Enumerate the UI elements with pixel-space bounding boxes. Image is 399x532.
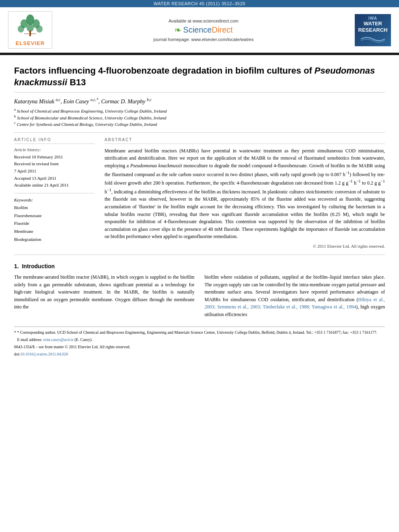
email-link[interactable]: eoin.casey@ucd.ie — [43, 337, 73, 342]
article-info-header: ARTICLE INFO — [14, 138, 95, 144]
article-info-abstract: ARTICLE INFO Article history: Received 1… — [14, 138, 385, 255]
keywords-section: Keywords: Biofilm Fluorobenzoate Fluorid… — [14, 197, 95, 244]
article-body: Factors influencing 4-fluorobenzoate deg… — [0, 55, 399, 364]
introduction-section: 1. Introduction The membrane-aerated bio… — [14, 263, 385, 318]
elsevier-logo: ELSEVIER — [8, 11, 52, 49]
intro-col-right: biofilm where oxidation of pollutants, s… — [205, 273, 385, 318]
issn-note: 0043-1354/$ – see front matter © 2011 El… — [14, 344, 385, 350]
intro-col-left: The membrane-aerated biofilm reactor (MA… — [14, 273, 195, 318]
header-center: Available at www.sciencedirect.com ❧ Sci… — [56, 18, 351, 42]
journal-topbar: WATER RESEARCH 45 (2011) 3512–3520 — [0, 0, 399, 7]
info-divider — [14, 193, 95, 193]
wr-waves-icon — [361, 35, 385, 43]
intro-title: 1. Introduction — [14, 263, 385, 269]
intro-columns: The membrane-aerated biofilm reactor (MA… — [14, 273, 385, 318]
water-research-badge: IWA WATER RESEARCH — [355, 14, 391, 46]
doi-link[interactable]: 10.1016/j.watres.2011.04.020 — [21, 352, 68, 356]
footnotes: * * Corresponding author. UCD School of … — [14, 327, 385, 357]
copyright-text: © 2011 Elsevier Ltd. All rights reserved… — [105, 244, 385, 249]
article-title: Factors influencing 4-fluorobenzoate deg… — [14, 65, 385, 92]
svg-point-5 — [36, 25, 43, 33]
sd-leaf-icon: ❧ — [174, 25, 181, 35]
article-info-col: ARTICLE INFO Article history: Received 1… — [14, 138, 95, 249]
email-note: E-mail address: eoin.casey@ucd.ie (E. Ca… — [14, 337, 385, 343]
abstract-text: Membrane aerated biofilm reactors (MABRs… — [105, 147, 385, 240]
abstract-col: ABSTRACT Membrane aerated biofilm reacto… — [105, 138, 385, 249]
keywords-label: Keywords: — [14, 197, 95, 202]
intro-right-text: biofilm where oxidation of pollutants, s… — [205, 274, 385, 317]
available-at-text: Available at www.sciencedirect.com — [56, 18, 351, 23]
journal-header: ELSEVIER Available at www.sciencedirect.… — [0, 7, 399, 54]
authors-line: Katarzyna Misiak a,c, Eoin Casey a,c,*, … — [14, 97, 385, 105]
history-label: Article history: — [14, 147, 95, 152]
affiliations: a School of Chemical and Bioprocess Engi… — [14, 107, 385, 133]
doi-note: doi:10.1016/j.watres.2011.04.020 — [14, 351, 385, 357]
affiliation-a: a School of Chemical and Bioprocess Engi… — [14, 107, 385, 113]
affiliation-c: c Centre for Synthesis and Chemical Biol… — [14, 121, 385, 127]
article-dates: Received 10 February 2011 Received in re… — [14, 154, 95, 189]
corresponding-author-note: * * Corresponding author. UCD School of … — [14, 329, 385, 335]
homepage-link: journal homepage: www.elsevier.com/locat… — [56, 37, 351, 42]
wr-logo-text: WATER RESEARCH — [357, 21, 389, 33]
sciencedirect-logo: ❧ ScienceDirect — [56, 25, 351, 35]
keywords-list: Biofilm Fluorobenzoate Fluoride Membrane… — [14, 204, 95, 244]
journal-citation: WATER RESEARCH 45 (2011) 3512–3520 — [154, 1, 245, 6]
svg-rect-6 — [29, 31, 31, 36]
svg-point-3 — [18, 25, 24, 33]
elsevier-tree-icon — [16, 14, 44, 38]
affiliation-b: b School of Biomolecular and Biomedical … — [14, 114, 385, 120]
elsevier-text: ELSEVIER — [10, 40, 50, 46]
sd-text: ScienceDirect — [183, 25, 232, 35]
abstract-header: ABSTRACT — [105, 138, 385, 144]
